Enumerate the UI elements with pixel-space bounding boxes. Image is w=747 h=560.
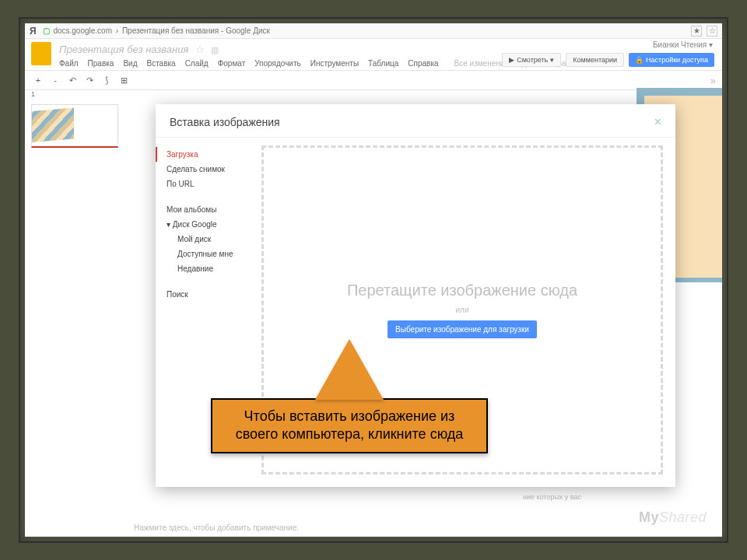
tab-albums[interactable]: Мои альбомы [167, 202, 258, 217]
yandex-logo[interactable]: Я [30, 26, 37, 37]
speaker-notes[interactable]: Нажмите здесь, чтобы добавить примечание… [134, 523, 299, 532]
star-icon[interactable]: ☆ [707, 26, 717, 37]
bookmark-icon[interactable]: ★ [691, 26, 702, 37]
drop-text: Перетащите изображение сюда [347, 282, 577, 299]
share-button[interactable]: 🔒Настройки доступа [629, 53, 714, 67]
menu-edit[interactable]: Правка [88, 59, 114, 68]
menu-tools[interactable]: Инструменты [310, 59, 359, 68]
user-menu[interactable]: Бианки Чтения ▾ [653, 40, 713, 49]
doc-star-icon[interactable]: ☆ [195, 44, 205, 55]
thumbnail-panel[interactable]: 1 [25, 84, 124, 537]
app-window: Я ▢ docs.google.com › Презентация без на… [25, 23, 722, 537]
permission-hint: ние которых у вас [523, 493, 581, 501]
insert-image-dialog: Вставка изображения × Загрузка Сделать с… [156, 104, 675, 487]
watermark: MyShared [639, 509, 707, 526]
slides-logo-icon[interactable] [31, 42, 51, 65]
present-button[interactable]: ▶Смотреть▾ [502, 53, 561, 67]
titlebar: Презентация без названия ☆ ▥ Бианки Чтен… [25, 39, 722, 70]
browser-chrome: Я ▢ docs.google.com › Презентация без на… [25, 23, 722, 39]
address-breadcrumb[interactable]: ▢ docs.google.com › Презентация без назв… [43, 26, 272, 35]
tab-by-url[interactable]: По URL [167, 177, 258, 191]
dialog-sidebar: Загрузка Сделать снимок По URL Мои альбо… [156, 138, 258, 487]
lock-icon: ▢ [43, 26, 50, 35]
tab-my-drive[interactable]: Мой диск [167, 232, 258, 247]
tab-snapshot[interactable]: Сделать снимок [167, 162, 258, 177]
menu-format[interactable]: Формат [218, 59, 246, 68]
menu-table[interactable]: Таблица [368, 59, 398, 68]
menu-insert[interactable]: Вставка [146, 59, 175, 68]
drop-zone[interactable]: Перетащите изображение сюда или Выберите… [261, 145, 663, 474]
menu-view[interactable]: Вид [123, 59, 137, 68]
dialog-title: Вставка изображения [170, 116, 280, 128]
menu-file[interactable]: Файл [59, 59, 79, 68]
choose-file-button[interactable]: Выберите изображение для загрузки [388, 320, 537, 338]
slide-number: 1 [31, 90, 35, 98]
close-button[interactable]: × [654, 115, 661, 129]
folder-icon[interactable]: ▥ [211, 45, 219, 54]
menu-arrange[interactable]: Упорядочить [254, 59, 301, 68]
doc-name[interactable]: Презентация без названия [59, 44, 188, 55]
menu-slide[interactable]: Слайд [185, 59, 209, 68]
drop-or: или [455, 306, 468, 314]
menu-help[interactable]: Справка [408, 59, 438, 68]
slide-thumbnail[interactable] [31, 104, 118, 148]
tab-upload[interactable]: Загрузка [156, 147, 258, 162]
tab-search[interactable]: Поиск [167, 287, 258, 302]
tab-recent[interactable]: Недавние [167, 261, 258, 276]
tab-shared[interactable]: Доступные мне [167, 247, 258, 261]
lock-icon: 🔒 [635, 56, 644, 64]
comments-button[interactable]: Комментарии [566, 53, 624, 67]
tab-google-drive[interactable]: ▾ Диск Google [167, 217, 258, 232]
